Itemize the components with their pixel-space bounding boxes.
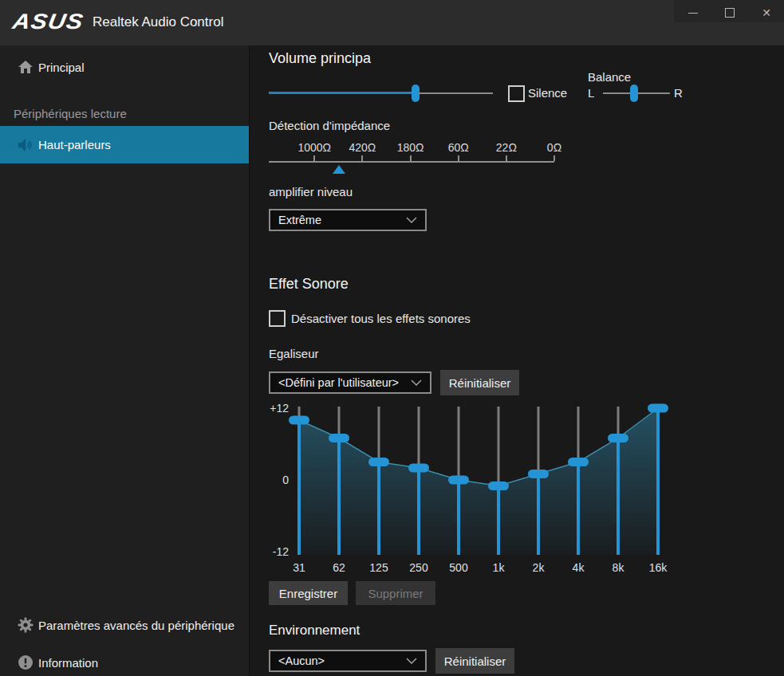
eq-frequency-label: 125: [369, 561, 388, 574]
equalizer-preset-value: <Défini par l'utilisateur>: [278, 376, 411, 389]
equalizer-save-button[interactable]: Enregistrer: [269, 581, 348, 605]
home-icon: [18, 59, 33, 75]
silence-checkbox[interactable]: [508, 85, 525, 102]
impedance-tick-label: 22Ω: [496, 141, 517, 154]
impedance-scale-line: [269, 161, 554, 163]
sidebar-item-label: Haut-parleurs: [38, 138, 111, 151]
balance-left-label: L: [588, 86, 594, 100]
info-icon: [18, 654, 33, 670]
sidebar-item-label: Principal: [38, 61, 85, 74]
minimize-button[interactable]: [680, 3, 707, 22]
impedance-tick-mark: [458, 155, 459, 161]
balance-slider[interactable]: [603, 84, 670, 103]
equalizer-preset-select[interactable]: <Défini par l'utilisateur>: [269, 371, 431, 394]
minimize-icon: [688, 13, 698, 14]
amplifier-select-value: Extrême: [278, 214, 406, 226]
close-button[interactable]: ✕: [753, 3, 780, 22]
impedance-tick-mark: [554, 155, 555, 161]
maximize-button[interactable]: [716, 3, 743, 22]
sidebar: Principal Périphériques lecture Haut-par…: [0, 45, 250, 676]
sidebar-item-information[interactable]: Information: [0, 646, 249, 676]
balance-right-label: R: [674, 86, 683, 100]
sidebar-item-label: Paramètres avancés du périphérique: [38, 619, 234, 632]
sidebar-item-speakers[interactable]: Haut-parleurs: [0, 126, 249, 163]
eq-band-thumb[interactable]: [528, 470, 549, 478]
eq-ytick-label: 0: [282, 474, 289, 486]
amplifier-label: amplifier niveau: [269, 185, 353, 198]
impedance-tick-label: 1000Ω: [297, 141, 331, 154]
environment-reset-button[interactable]: Réinitialiser: [435, 648, 514, 674]
eq-ytick-label: -12: [273, 545, 289, 558]
eq-band-thumb[interactable]: [448, 476, 469, 485]
sidebar-item-label: Information: [38, 656, 98, 670]
eq-band-thumb[interactable]: [408, 464, 429, 473]
chevron-down-icon: [406, 217, 417, 223]
chevron-down-icon: [411, 379, 422, 386]
eq-band-thumb[interactable]: [289, 416, 309, 425]
equalizer-delete-button[interactable]: Supprimer: [356, 581, 435, 605]
eq-band-thumb[interactable]: [488, 481, 509, 490]
volume-slider-fill: [269, 92, 416, 94]
impedance-tick-mark: [410, 155, 412, 161]
gear-icon: [18, 617, 33, 633]
eq-frequency-label: 31: [293, 561, 305, 574]
eq-band-thumb[interactable]: [648, 404, 668, 413]
balance-label: Balance: [588, 70, 631, 84]
impedance-tick-label: 420Ω: [349, 141, 376, 154]
sidebar-item-advanced-settings[interactable]: Paramètres avancés du périphérique: [0, 608, 249, 642]
environment-select[interactable]: <Aucun>: [269, 650, 427, 672]
title-bar: ASUS Realtek Audio Control ✕: [0, 0, 784, 45]
impedance-tick-mark: [361, 155, 363, 161]
eq-frequency-label: 62: [333, 561, 345, 574]
impedance-tick-label: 60Ω: [448, 141, 469, 154]
volume-slider[interactable]: [269, 84, 493, 103]
eq-frequency-label: 1k: [493, 561, 506, 574]
volume-title: Volume principa: [269, 50, 371, 67]
eq-frequency-label: 250: [409, 561, 428, 574]
equalizer-chart[interactable]: +120-1231621252505001k2k4k8k16k: [263, 401, 710, 580]
close-icon: ✕: [762, 6, 771, 19]
eq-frequency-label: 16k: [649, 561, 668, 574]
maximize-icon: [725, 8, 735, 18]
eq-frequency-label: 500: [449, 561, 468, 574]
speaker-icon: [16, 136, 33, 154]
chevron-down-icon: [406, 658, 417, 664]
impedance-tick-mark: [313, 155, 315, 161]
amplifier-select[interactable]: Extrême: [269, 209, 427, 231]
disable-effects-checkbox[interactable]: [269, 310, 286, 327]
impedance-scale: 1000Ω420Ω180Ω60Ω22Ω0Ω: [269, 141, 554, 176]
eq-ytick-label: +12: [270, 402, 289, 415]
sidebar-section-playback-devices: Périphériques lecture: [14, 107, 127, 120]
eq-band-thumb[interactable]: [329, 434, 349, 442]
impedance-tick-mark: [506, 155, 507, 161]
eq-area-fill: [299, 408, 658, 555]
eq-frequency-label: 2k: [533, 561, 546, 574]
environment-label: Environnement: [269, 623, 360, 639]
environment-select-value: <Aucun>: [278, 654, 406, 667]
equalizer-label: Egaliseur: [269, 347, 319, 360]
impedance-tick-label: 180Ω: [397, 141, 424, 154]
eq-frequency-label: 8k: [613, 561, 625, 574]
impedance-marker-icon: [333, 165, 345, 174]
eq-band-thumb[interactable]: [568, 458, 589, 466]
sidebar-item-principal[interactable]: Principal: [0, 50, 249, 84]
asus-logo: ASUS: [10, 10, 85, 34]
eq-band-thumb[interactable]: [608, 434, 628, 442]
volume-slider-thumb[interactable]: [412, 84, 420, 102]
impedance-label: Détection d'impédance: [269, 119, 390, 132]
disable-effects-label: Désactiver tous les effets sonores: [291, 312, 471, 325]
window-title: Realtek Audio Control: [93, 14, 223, 30]
balance-slider-thumb[interactable]: [630, 84, 638, 102]
silence-label: Silence: [528, 86, 567, 100]
eq-frequency-label: 4k: [573, 561, 585, 574]
impedance-tick-label: 0Ω: [547, 141, 561, 154]
effects-title: Effet Sonore: [269, 276, 349, 293]
eq-band-thumb[interactable]: [368, 458, 389, 466]
equalizer-reset-button[interactable]: Réinitialiser: [440, 370, 519, 395]
